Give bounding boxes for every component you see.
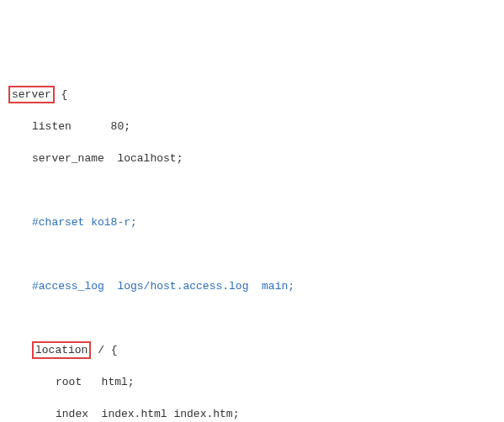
line-servername: server_name localhost; — [8, 150, 504, 166]
line-listen: listen 80; — [8, 119, 504, 135]
nginx-config-code: server { listen 80; server_name localhos… — [0, 71, 504, 422]
highlight-location: location — [32, 341, 91, 359]
line-root1: root html; — [8, 374, 504, 390]
line-accesslog: #access_log logs/host.access.log main; — [8, 278, 504, 294]
keyword-server: server — [12, 88, 51, 101]
location-args: / { — [91, 344, 117, 356]
line-index1: index index.html index.htm; — [8, 406, 504, 422]
keyword-location: location — [35, 344, 88, 356]
highlight-server: server — [8, 86, 55, 103]
line-charset: #charset koi8-r; — [8, 214, 504, 230]
brace-open: { — [55, 88, 68, 101]
